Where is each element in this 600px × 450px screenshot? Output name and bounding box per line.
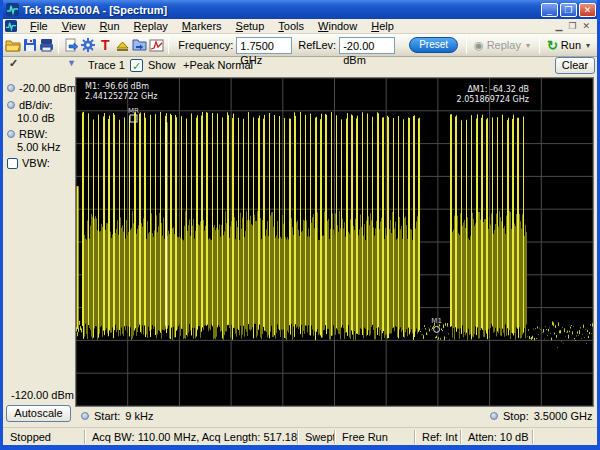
settings-gear-icon[interactable] — [80, 36, 97, 55]
open-folder-icon[interactable] — [4, 36, 21, 55]
replay-icon: ◉ — [474, 39, 484, 52]
show-checkbox[interactable]: ✓ — [130, 59, 143, 72]
spectrum-trace-canvas: MRM1 — [76, 78, 593, 406]
vbw-checkbox[interactable] — [7, 158, 18, 169]
toolbar-separator — [466, 37, 467, 54]
frequency-input[interactable]: 1.7500 GHz — [236, 37, 292, 54]
rbw-value-row: 5.00 kHz — [17, 141, 60, 153]
run-icon: ↻ — [547, 38, 558, 53]
mdi-minimize-button[interactable]: ▁ — [555, 21, 562, 31]
status-run-state: Stopped — [3, 430, 85, 444]
start-label: Start: — [94, 410, 120, 422]
marker-MR[interactable]: MR — [128, 107, 139, 123]
show-label: Show — [148, 59, 176, 71]
replay-dropdown-caret[interactable]: ▾ — [524, 41, 532, 50]
start-knob-icon[interactable] — [81, 412, 89, 420]
application-window: Tek RSA6100A - [Spectrum] _ ❐ ✕ File Vie… — [0, 0, 600, 450]
menu-markers[interactable]: Markers — [175, 19, 229, 34]
db-div-value[interactable]: 10.0 dB — [17, 112, 55, 124]
status-sweep-mode: Swept — [298, 430, 335, 444]
stop-value[interactable]: 3.5000 GHz — [534, 410, 593, 422]
marker-peak-icon[interactable] — [114, 36, 131, 55]
mdi-close-button[interactable]: ✕ — [582, 21, 590, 31]
marker-m1-readout: M1: -96.66 dBm2.441252722 GHz — [85, 82, 157, 102]
ref-level-value[interactable]: -20.00 dBm — [19, 82, 76, 94]
title-bar[interactable]: Tek RSA6100A - [Spectrum] _ ❐ ✕ — [0, 0, 600, 19]
restore-button[interactable]: ❐ — [560, 3, 577, 17]
delta-marker-readout: ΔM1: -64.32 dB2.051869724 GHz — [457, 85, 529, 105]
spectrum-plot[interactable]: MRM1 M1: -96.66 dBm2.441252722 GHz ΔM1: … — [75, 77, 594, 407]
run-dropdown-caret[interactable]: ▾ — [584, 41, 592, 50]
mdi-restore-button[interactable]: ❐ — [568, 21, 576, 31]
rbw-control: RBW: — [7, 128, 48, 140]
reflev-input[interactable]: -20.00 dBm — [339, 37, 395, 54]
reflev-label: RefLev: — [298, 39, 336, 51]
menu-run[interactable]: Run — [92, 19, 126, 34]
window-title: Tek RSA6100A - [Spectrum] — [23, 4, 541, 16]
rbw-knob-icon[interactable] — [7, 130, 15, 138]
menu-replay[interactable]: Replay — [127, 19, 175, 34]
bottom-level-value: -120.00 dBm — [11, 389, 74, 401]
status-spacer — [533, 430, 597, 444]
status-reference: Ref: Int — [415, 430, 461, 444]
trace-control-bar: ✓ ▼ Trace 1 ✓ Show +Peak Normal Clear — [3, 57, 597, 76]
menu-bar: File View Run Replay Markers Setup Tools… — [0, 19, 600, 34]
db-div-control: dB/div: — [7, 99, 53, 111]
vbw-control: VBW: — [7, 157, 50, 169]
toolbar-separator — [539, 37, 540, 54]
display-check-icon[interactable]: ✓ — [9, 57, 18, 70]
stop-label: Stop: — [503, 410, 529, 422]
menu-file[interactable]: File — [23, 19, 55, 34]
ref-level-knob-icon[interactable] — [7, 84, 15, 92]
trace-selector[interactable]: Trace 1 — [88, 59, 125, 71]
toolbar-separator — [168, 37, 169, 54]
trace-chevron-down-icon[interactable]: ▼ — [67, 58, 76, 68]
app-logo-icon — [6, 3, 19, 16]
marker-M1[interactable]: M1 — [431, 317, 442, 332]
analysis-chart-icon[interactable] — [148, 36, 165, 55]
stop-frequency-control: Stop: 3.5000 GHz — [490, 410, 592, 422]
trigger-t-icon[interactable]: T — [97, 36, 114, 55]
export-icon[interactable] — [62, 36, 79, 55]
menu-help[interactable]: Help — [364, 19, 401, 34]
status-acquisition: Acq BW: 110.00 MHz, Acq Length: 517.187 … — [85, 430, 298, 444]
menu-view[interactable]: View — [55, 19, 93, 34]
menu-window[interactable]: Window — [311, 19, 364, 34]
preset-button[interactable]: Preset — [409, 37, 458, 53]
svg-text:MR: MR — [128, 107, 139, 115]
mdi-child-icon — [5, 20, 17, 32]
clear-button[interactable]: Clear — [555, 57, 595, 74]
trace-mode-label[interactable]: +Peak Normal — [183, 59, 253, 71]
run-button[interactable]: ↻ Run ▾ — [543, 38, 596, 53]
db-div-knob-icon[interactable] — [7, 101, 15, 109]
stop-knob-icon[interactable] — [490, 412, 498, 420]
frequency-range-bar: Start: 9 kHz Stop: 3.5000 GHz — [3, 408, 597, 426]
status-bar: Stopped Acq BW: 110.00 MHz, Acq Length: … — [3, 427, 597, 445]
close-button[interactable]: ✕ — [579, 3, 596, 17]
rbw-value[interactable]: 5.00 kHz — [17, 141, 60, 153]
bottom-level-row: -120.00 dBm — [11, 389, 74, 401]
svg-text:M1: M1 — [431, 317, 442, 325]
save-icon[interactable] — [21, 36, 38, 55]
frequency-label: Frequency: — [178, 39, 233, 51]
toolbar-separator — [58, 37, 59, 54]
toolbar: T Frequency: 1.7500 GHz RefLev: -20.00 d… — [0, 34, 600, 57]
vbw-label: VBW: — [22, 157, 50, 169]
menu-tools[interactable]: Tools — [271, 19, 311, 34]
ref-level-control: -20.00 dBm — [7, 82, 76, 94]
recall-folder-icon[interactable] — [131, 36, 148, 55]
start-value[interactable]: 9 kHz — [125, 410, 153, 422]
menu-setup[interactable]: Setup — [229, 19, 272, 34]
status-attenuation: Atten: 10 dB — [461, 430, 533, 444]
db-div-value-row: 10.0 dB — [17, 112, 55, 124]
replay-button[interactable]: ◉ Replay ▾ — [470, 39, 536, 52]
start-frequency-control: Start: 9 kHz — [81, 410, 153, 422]
rbw-label: RBW: — [19, 128, 48, 140]
minimize-button[interactable]: _ — [541, 3, 558, 17]
print-icon[interactable] — [38, 36, 55, 55]
status-trigger-mode: Free Run — [335, 430, 415, 444]
db-div-label: dB/div: — [19, 99, 53, 111]
